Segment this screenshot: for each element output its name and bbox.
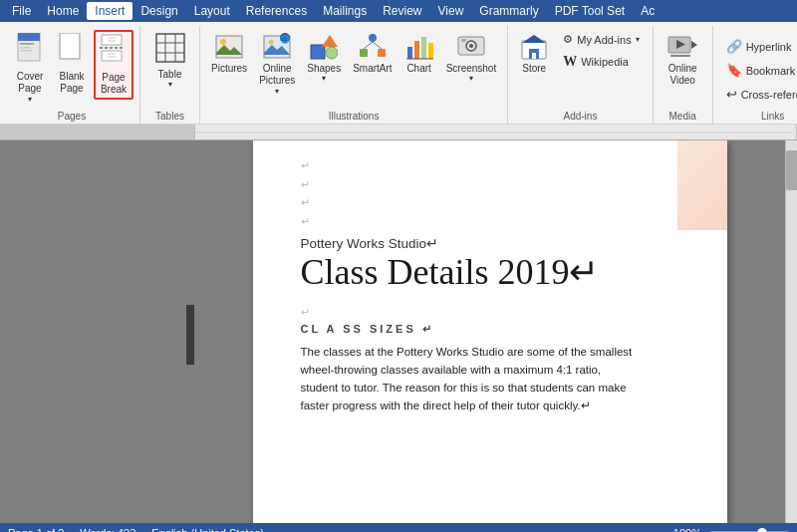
shapes-button[interactable]: Shapes ▾ bbox=[302, 30, 346, 86]
shapes-arrow: ▾ bbox=[322, 74, 326, 83]
screenshot-button[interactable]: Screenshot ▾ bbox=[441, 30, 502, 86]
chart-icon bbox=[405, 33, 433, 63]
menu-bar: File Home Insert Design Layout Reference… bbox=[0, 0, 797, 22]
status-right: 100% bbox=[673, 527, 789, 532]
menu-ac[interactable]: Ac bbox=[633, 2, 663, 20]
my-addins-arrow: ▾ bbox=[636, 35, 640, 44]
bookmark-button[interactable]: 🔖 Bookmark bbox=[719, 60, 797, 81]
menu-view[interactable]: View bbox=[430, 2, 472, 20]
ribbon-group-links: 🔗 Hyperlink 🔖 Bookmark ↩ Cross-reference… bbox=[713, 26, 797, 124]
cross-reference-button[interactable]: ↩ Cross-reference bbox=[719, 84, 797, 105]
wikipedia-label: Wikipedia bbox=[581, 56, 629, 68]
menu-pdf-tool-set[interactable]: PDF Tool Set bbox=[547, 2, 633, 20]
menu-insert[interactable]: Insert bbox=[87, 2, 133, 20]
pictures-button[interactable]: Pictures bbox=[206, 30, 252, 77]
document-main-title: Class Details 2019↵ bbox=[301, 253, 679, 293]
online-video-icon bbox=[667, 33, 697, 63]
my-addins-button[interactable]: ⚙ My Add-ins ▾ bbox=[556, 30, 646, 49]
chart-button[interactable]: Chart bbox=[399, 30, 439, 77]
svg-point-42 bbox=[469, 44, 473, 48]
wikipedia-button[interactable]: W Wikipedia bbox=[556, 51, 646, 73]
page-break-label: PageBreak bbox=[101, 72, 127, 96]
online-pictures-arrow: ▾ bbox=[275, 87, 279, 96]
status-bar: Page 1 of 2 Words: 423 English (United S… bbox=[0, 523, 797, 532]
pages-group-label: Pages bbox=[10, 107, 133, 124]
ribbon-group-illustrations: Pictures 🌐 OnlinePictures ▾ bbox=[200, 26, 508, 124]
bookmark-icon: 🔖 bbox=[726, 63, 742, 78]
svg-rect-36 bbox=[414, 41, 419, 59]
shapes-icon bbox=[310, 33, 338, 63]
ribbon-illustrations-items: Pictures 🌐 OnlinePictures ▾ bbox=[206, 26, 501, 107]
paragraph-marks: ↵ ↵ ↵ ↵ bbox=[301, 156, 679, 231]
scrollbar-thumb[interactable] bbox=[786, 150, 797, 190]
svg-rect-47 bbox=[532, 53, 536, 59]
svg-rect-7 bbox=[102, 35, 122, 45]
table-arrow: ▾ bbox=[168, 80, 172, 89]
svg-line-33 bbox=[364, 42, 373, 49]
menu-grammarly[interactable]: Grammarly bbox=[471, 2, 546, 20]
blank-page-button[interactable]: BlankPage bbox=[52, 30, 92, 98]
smartart-button[interactable]: SmartArt bbox=[348, 30, 397, 77]
document-subtitle: Pottery Works Studio↵ bbox=[301, 235, 679, 251]
bookmark-label: Bookmark bbox=[746, 65, 796, 77]
svg-rect-1 bbox=[18, 33, 40, 41]
menu-file[interactable]: File bbox=[4, 2, 39, 20]
online-pictures-button[interactable]: 🌐 OnlinePictures ▾ bbox=[254, 30, 300, 99]
menu-mailings[interactable]: Mailings bbox=[315, 2, 375, 20]
svg-point-30 bbox=[369, 34, 377, 42]
cover-page-arrow: ▾ bbox=[28, 95, 32, 104]
word-count: Words: 423 bbox=[80, 527, 135, 532]
store-label: Store bbox=[522, 63, 546, 74]
my-addins-icon: ⚙ bbox=[563, 33, 573, 46]
addins-col: ⚙ My Add-ins ▾ W Wikipedia bbox=[556, 30, 646, 73]
pictures-label: Pictures bbox=[211, 63, 247, 74]
wikipedia-icon: W bbox=[563, 54, 577, 70]
ruler bbox=[0, 125, 797, 140]
svg-rect-4 bbox=[20, 50, 32, 52]
cover-page-label: CoverPage bbox=[17, 71, 44, 95]
online-pictures-icon: 🌐 bbox=[263, 33, 291, 63]
svg-line-34 bbox=[373, 42, 382, 49]
online-video-button[interactable]: OnlineVideo bbox=[663, 30, 702, 90]
ribbon-media-items: OnlineVideo bbox=[663, 26, 702, 107]
status-left: Page 1 of 2 Words: 423 English (United S… bbox=[8, 527, 264, 532]
table-label: Table bbox=[158, 69, 182, 80]
smartart-icon bbox=[359, 33, 387, 63]
menu-home[interactable]: Home bbox=[39, 2, 87, 20]
hyperlink-button[interactable]: 🔗 Hyperlink bbox=[719, 36, 797, 57]
scrollbar-vertical[interactable] bbox=[785, 140, 797, 523]
page-info: Page 1 of 2 bbox=[8, 527, 64, 532]
screenshot-label: Screenshot bbox=[446, 63, 497, 74]
ribbon-content: CoverPage ▾ BlankPage bbox=[0, 22, 797, 124]
menu-references[interactable]: References bbox=[238, 2, 315, 20]
svg-rect-35 bbox=[407, 47, 412, 59]
cover-page-button[interactable]: CoverPage ▾ bbox=[10, 30, 50, 107]
ribbon-group-media: OnlineVideo Media bbox=[654, 26, 713, 124]
svg-rect-9 bbox=[102, 51, 122, 61]
my-addins-label: My Add-ins bbox=[577, 34, 631, 46]
ribbon-links-items: 🔗 Hyperlink 🔖 Bookmark ↩ Cross-reference bbox=[719, 26, 797, 107]
svg-rect-37 bbox=[421, 37, 426, 59]
store-button[interactable]: Store bbox=[514, 30, 554, 77]
svg-rect-3 bbox=[20, 47, 30, 49]
svg-rect-50 bbox=[670, 55, 690, 57]
pictures-icon bbox=[215, 33, 243, 63]
illustrations-group-label: Illustrations bbox=[206, 107, 501, 124]
menu-review[interactable]: Review bbox=[375, 2, 429, 20]
chart-label: Chart bbox=[406, 63, 430, 74]
table-button[interactable]: Table ▾ bbox=[150, 30, 190, 92]
menu-layout[interactable]: Layout bbox=[186, 2, 238, 20]
page-break-button[interactable]: PageBreak bbox=[94, 30, 133, 100]
hyperlink-icon: 🔗 bbox=[726, 39, 742, 54]
zoom-thumb[interactable] bbox=[757, 528, 767, 532]
ribbon-pages-items: CoverPage ▾ BlankPage bbox=[10, 26, 133, 107]
cover-page-icon bbox=[16, 33, 44, 69]
screenshot-icon bbox=[457, 33, 485, 63]
ribbon-addins-items: Store ⚙ My Add-ins ▾ W Wikipedia bbox=[514, 26, 646, 107]
addins-group-label: Add-ins bbox=[514, 107, 646, 124]
document-corner-decoration bbox=[677, 140, 727, 230]
svg-rect-2 bbox=[20, 43, 34, 45]
cross-reference-label: Cross-reference bbox=[741, 89, 797, 101]
menu-design[interactable]: Design bbox=[133, 2, 185, 20]
svg-point-29 bbox=[326, 47, 338, 59]
